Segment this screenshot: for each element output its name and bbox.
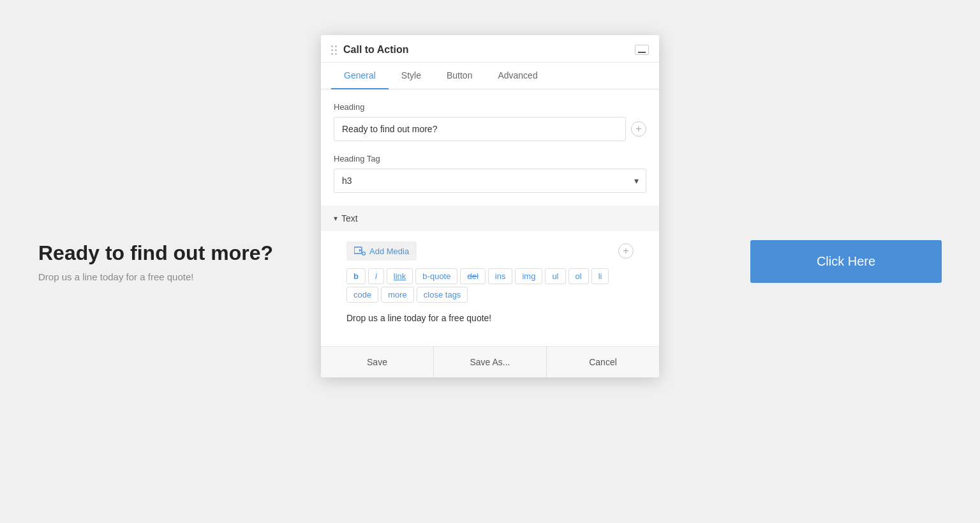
format-ol-button[interactable]: ol <box>568 268 589 284</box>
format-bold-button[interactable]: b <box>346 268 366 284</box>
format-img-button[interactable]: img <box>515 268 542 284</box>
format-italic-button[interactable]: i <box>368 268 384 284</box>
heading-tag-select-wrapper: h1 h2 h3 h4 h5 h6 p div <box>334 169 646 193</box>
dialog-titlebar: Call to Action <box>321 35 659 63</box>
dialog-overlay: Call to Action General Style Button Adva… <box>0 0 980 523</box>
format-code-button[interactable]: code <box>346 287 378 303</box>
format-del-button[interactable]: del <box>460 268 485 284</box>
add-media-icon <box>354 246 366 256</box>
format-ul-button[interactable]: ul <box>545 268 565 284</box>
chevron-down-icon: ▾ <box>334 214 338 223</box>
heading-field-label: Heading <box>334 102 646 112</box>
drag-dot <box>335 53 337 55</box>
tab-general[interactable]: General <box>331 63 389 89</box>
cancel-button[interactable]: Cancel <box>547 347 659 377</box>
dialog-title: Call to Action <box>343 44 409 56</box>
save-as-button[interactable]: Save As... <box>434 347 547 377</box>
tab-style[interactable]: Style <box>389 63 434 89</box>
format-bquote-button[interactable]: b-quote <box>415 268 457 284</box>
add-media-label: Add Media <box>369 246 409 256</box>
dialog-title-left: Call to Action <box>331 44 409 56</box>
drag-dot <box>331 49 333 51</box>
drag-handle[interactable] <box>331 45 337 55</box>
tab-button[interactable]: Button <box>434 63 485 89</box>
text-collapsible-header[interactable]: ▾ Text <box>334 213 646 224</box>
format-closetags-button[interactable]: close tags <box>417 287 468 303</box>
dialog-tabs: General Style Button Advanced <box>321 63 659 89</box>
heading-plus-button[interactable]: + <box>631 121 646 137</box>
add-media-button[interactable]: Add Media <box>346 241 417 261</box>
format-ins-button[interactable]: ins <box>488 268 513 284</box>
heading-input[interactable] <box>334 117 626 141</box>
dialog-minimize-button[interactable] <box>635 45 649 55</box>
format-link-button[interactable]: link <box>387 268 413 284</box>
format-li-button[interactable]: li <box>591 268 609 284</box>
heading-field-row: + <box>334 117 646 141</box>
call-to-action-dialog: Call to Action General Style Button Adva… <box>321 35 659 377</box>
heading-tag-row: h1 h2 h3 h4 h5 h6 p div <box>334 169 646 193</box>
drag-dot <box>335 49 337 51</box>
heading-tag-select[interactable]: h1 h2 h3 h4 h5 h6 p div <box>334 169 646 193</box>
save-button[interactable]: Save <box>321 347 434 377</box>
dialog-body: Heading + Heading Tag h1 h2 h3 h4 <box>321 89 659 346</box>
format-more-button[interactable]: more <box>381 287 414 303</box>
heading-tag-label: Heading Tag <box>334 154 646 163</box>
editor-section: Add Media + b i link b-quote del ins img… <box>334 231 646 346</box>
editor-content[interactable]: Drop us a line today for a free quote! <box>346 310 634 336</box>
drag-dot <box>335 45 337 47</box>
format-buttons: b i link b-quote del ins img ul ol li co… <box>346 268 634 303</box>
drag-dot <box>331 53 333 55</box>
text-section-label: Text <box>341 213 358 224</box>
drag-dot <box>331 45 333 47</box>
dialog-footer: Save Save As... Cancel <box>321 346 659 377</box>
text-collapsible-section: ▾ Text <box>321 206 659 231</box>
editor-plus-button[interactable]: + <box>618 243 634 259</box>
tab-advanced[interactable]: Advanced <box>485 63 550 89</box>
editor-toolbar-row: Add Media + <box>346 241 634 261</box>
